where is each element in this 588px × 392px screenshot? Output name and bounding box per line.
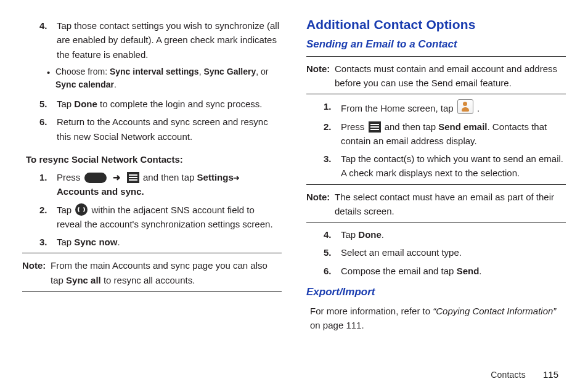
rstep3-text: Tap the contact(s) to which you want to … xyxy=(341,152,566,181)
footer-section-name: Contacts xyxy=(491,370,526,380)
step-number: 1. xyxy=(39,170,57,184)
left-note: Note: From the main Accounts and sync pa… xyxy=(22,258,282,287)
rstep6-text: Compose the email and tap Send. xyxy=(341,264,566,278)
page-footer: Contacts 115 xyxy=(0,367,588,392)
divider xyxy=(306,222,566,223)
divider xyxy=(22,291,282,292)
subsection-heading-export: Export/Import xyxy=(306,284,566,300)
arrow-small-icon: ➜ xyxy=(233,173,240,182)
step6-text: Return to the Accounts and sync screen a… xyxy=(57,115,282,144)
page-body: 4. Tap those contact settings you wish t… xyxy=(0,0,588,367)
step4-text: Tap those contact settings you wish to s… xyxy=(57,18,282,62)
divider xyxy=(306,184,566,185)
step4-bullet: • Choose from: Sync interval settings, S… xyxy=(39,65,282,92)
step-number: 4. xyxy=(324,227,341,242)
right-note-1: Note: Contacts must contain and email ac… xyxy=(306,62,566,91)
section-heading: Additional Contact Options xyxy=(306,15,566,35)
right-column: Additional Contact Options Sending an Em… xyxy=(306,15,566,362)
rstep4-text: Tap Done. xyxy=(341,227,566,242)
step-number: 5. xyxy=(39,97,57,111)
home-button-icon xyxy=(84,173,107,183)
email-steps-1: 1. From the Home screen, tap . 2. Press … xyxy=(306,99,566,180)
cross-reference: “Copying Contact Information” xyxy=(433,306,556,316)
resync1-text: Press ➜ and then tap Settings➜ Accounts … xyxy=(57,170,282,199)
divider xyxy=(22,253,282,253)
step-number: 2. xyxy=(324,120,341,134)
menu-icon xyxy=(369,121,381,133)
sync-steps-continued: 4. Tap those contact settings you wish t… xyxy=(22,18,282,144)
resync2-text: Tap within the adjacent SNS account fiel… xyxy=(57,203,282,232)
export-text: For more information, refer to “Copying … xyxy=(306,304,566,333)
divider xyxy=(306,94,566,94)
rstep5-text: Select an email account type. xyxy=(341,245,566,259)
footer-page-number: 115 xyxy=(543,369,558,380)
step-number: 2. xyxy=(39,203,57,217)
step-number: 4. xyxy=(39,18,57,33)
subsection-heading: Sending an Email to a Contact xyxy=(306,36,566,52)
resync-heading: To resync Social Network Contacts: xyxy=(26,152,282,166)
left-column: 4. Tap those contact settings you wish t… xyxy=(22,15,282,362)
step-number: 6. xyxy=(324,264,341,278)
email-steps-2: 4. Tap Done. 5. Select an email account … xyxy=(306,227,566,278)
rstep1-text: From the Home screen, tap . xyxy=(341,99,566,115)
step-number: 3. xyxy=(324,152,341,166)
menu-icon xyxy=(127,172,139,183)
arrow-icon: ➜ xyxy=(113,170,121,184)
resync3-text: Tap Sync now. xyxy=(57,235,282,249)
step5-text: Tap Done to complete the login and sync … xyxy=(57,97,282,111)
step-number: 1. xyxy=(324,99,341,113)
rstep2-text: Press and then tap Send email. Contacts … xyxy=(341,120,566,149)
divider xyxy=(306,56,566,57)
step-number: 5. xyxy=(324,245,341,259)
right-note-2: Note: The select contact must have an em… xyxy=(306,190,566,219)
contacts-app-icon xyxy=(457,99,473,114)
step-number: 6. xyxy=(39,115,57,129)
resync-steps: 1. Press ➜ and then tap Settings➜ Accoun… xyxy=(22,170,282,249)
step-number: 3. xyxy=(39,235,57,249)
sync-icon xyxy=(75,203,88,216)
